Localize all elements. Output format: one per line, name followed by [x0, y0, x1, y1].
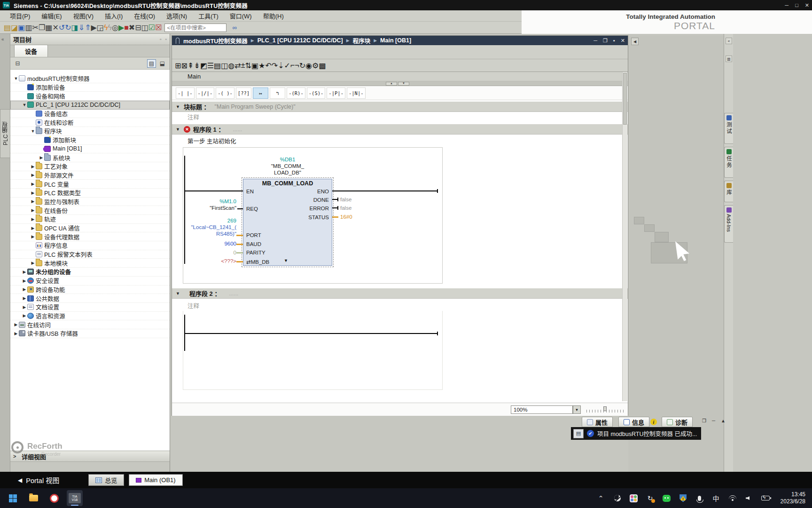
split-editor-vertical-icon[interactable]: ◫ — [141, 23, 148, 32]
show-comments-icon[interactable]: ◍ — [228, 61, 234, 70]
editor-maximize-icon[interactable]: ▪ — [613, 38, 615, 44]
maximize-icon[interactable]: □ — [795, 2, 798, 8]
contact-no-button[interactable]: -| |- — [176, 87, 195, 99]
show-tags-icon[interactable]: ⇄ — [234, 61, 241, 70]
update-calls-icon[interactable]: ⇣ — [278, 61, 284, 70]
delete-network-icon[interactable]: ⊠ — [181, 61, 187, 70]
tree-expander-icon[interactable] — [30, 190, 36, 195]
tree-view-details-icon[interactable]: ▤ — [147, 59, 156, 68]
cross-reference-icon[interactable]: ✖ — [129, 23, 135, 32]
baud-operand-value[interactable]: 9600 — [174, 241, 236, 246]
absolute-operands-icon[interactable]: ◫ — [221, 61, 228, 70]
tree-expander-icon[interactable] — [30, 182, 36, 186]
tree-common-data[interactable]: 公共数据 — [10, 294, 170, 303]
tree-expander-icon[interactable] — [22, 305, 27, 310]
tree-program-info[interactable]: 程序信息 — [10, 241, 170, 250]
tab-diagnostics[interactable]: 诊断 — [662, 417, 693, 427]
sync-icon[interactable]: ↻ — [646, 494, 655, 502]
positive-edge-button[interactable]: -|P|- — [327, 87, 345, 99]
negative-edge-button[interactable]: -|N|- — [347, 87, 366, 99]
show-ui-icon[interactable]: ☑ — [148, 23, 155, 32]
prev-error-icon[interactable]: ↶ — [265, 61, 271, 70]
tree-security-settings[interactable]: 安全设置 — [10, 277, 170, 286]
collapse-left-icon[interactable]: « — [1, 37, 4, 42]
go-offline-icon[interactable]: ϟ — [108, 24, 111, 32]
accessible-devices-icon[interactable]: ◎ — [112, 23, 118, 32]
tree-add-block[interactable]: 添加新块 — [10, 136, 170, 145]
tree-cross-device[interactable]: 跨设备功能 — [10, 286, 170, 294]
tia-portal-app-icon[interactable]: TIAV18 — [67, 490, 83, 506]
tree-expander-icon[interactable] — [22, 296, 27, 301]
menu-options[interactable]: 选项(N) — [161, 10, 192, 21]
close-branch-icon[interactable]: ¬ — [295, 61, 299, 70]
menu-online[interactable]: 在线(O) — [129, 10, 160, 21]
tree-plc1[interactable]: PLC_1 [CPU 1212C DC/DC/DC] — [10, 101, 170, 110]
tree-expander-icon[interactable] — [30, 226, 36, 230]
contact-nc-button[interactable]: -|/|- — [196, 87, 215, 99]
coil-button[interactable]: -( )- — [216, 87, 234, 99]
tree-expander-icon[interactable] — [22, 313, 27, 318]
pin-baud[interactable]: BAUD — [246, 241, 261, 247]
set-coil-button[interactable]: -(S)- — [307, 87, 326, 99]
menu-view[interactable]: 视图(V) — [68, 10, 99, 21]
undo-icon[interactable]: ↺ — [59, 23, 65, 32]
taskcard-tasks[interactable]: 任务 — [724, 147, 733, 178]
collapse-panel-icon[interactable]: ▫ — [165, 37, 167, 42]
tab-devices[interactable]: 设备 — [14, 45, 48, 57]
block-name[interactable]: MB_COMM_LOAD — [243, 179, 332, 187]
db-address[interactable]: %DB1 — [243, 156, 332, 163]
collapse-triangle-icon[interactable]: ▼ — [176, 127, 180, 132]
menu-tools[interactable]: 工具(T) — [193, 10, 224, 21]
taskcard-libraries[interactable]: 库 — [724, 181, 733, 202]
lock-icon[interactable]: ▩ — [319, 61, 326, 70]
port-operand-name-line2[interactable]: RS485)" — [174, 231, 236, 237]
minimize-icon[interactable]: ─ — [785, 2, 789, 8]
open-branch-button[interactable]: ↦ — [253, 87, 268, 99]
tree-watch-tables[interactable]: 监控与强制表 — [10, 198, 170, 206]
breadcrumb-blocks[interactable]: 程序块 — [353, 36, 371, 45]
portal-view-button[interactable]: Portal 视图 — [26, 475, 59, 485]
new-project-icon[interactable]: ▤ — [4, 23, 11, 32]
editor-minimize-icon[interactable]: ─ — [593, 38, 597, 44]
breadcrumb-project[interactable]: modbusRTU控制变频器 — [183, 36, 248, 45]
menu-window[interactable]: 窗口(W) — [225, 10, 257, 21]
taskcard-addins[interactable]: Add-Ins — [724, 205, 733, 243]
paste-icon[interactable]: ▦ — [45, 23, 52, 32]
pin-mbdb[interactable]: ⇄MB_DB — [246, 259, 269, 265]
start-runtime-icon[interactable]: ◲ — [97, 23, 104, 32]
tree-doc-settings[interactable]: 文档设置 — [10, 303, 170, 312]
network1-header[interactable]: ▼ ✕ 程序段 1 ： ...... — [172, 124, 628, 135]
refresh-icon[interactable]: ↻ — [299, 61, 305, 70]
mb-comm-load-block[interactable]: MB_COMM_LOAD EN REQ PORT BAUD PARITY ⇄MB… — [243, 179, 332, 266]
scrollbar-thumb[interactable] — [623, 73, 627, 125]
tree-system-blocks[interactable]: 系统块 — [10, 153, 170, 162]
tree-expander-icon[interactable] — [22, 278, 27, 283]
tree-online-diag[interactable]: 在线和诊断 — [10, 118, 170, 127]
block-title-bar[interactable]: ▼ 块标题 ： "Main Program Sweep (Cycle)" — [172, 102, 628, 112]
zoom-slider-handle[interactable] — [603, 406, 607, 411]
security-shield-icon[interactable] — [679, 494, 687, 502]
consistency-check-icon[interactable]: ✓ — [284, 61, 290, 70]
upload-from-device-icon[interactable]: ⇑ — [85, 23, 91, 32]
taskcard-testing[interactable]: 测试 — [724, 113, 733, 144]
ime-chinese-icon[interactable]: 中 — [712, 494, 720, 502]
insert-row-icon[interactable]: ⇞ — [187, 61, 194, 70]
network2-canvas[interactable] — [183, 311, 443, 390]
tray-chevron-icon[interactable]: ⌃ — [597, 494, 605, 502]
start-simulation-icon[interactable]: ▶ — [118, 23, 124, 32]
menu-help[interactable]: 帮助(H) — [258, 10, 289, 21]
instance-db-label[interactable]: %DB1 "MB_COMM_ LOAD_DB" — [243, 156, 332, 176]
network2-title-dots[interactable]: ...... — [229, 290, 238, 297]
collapse-taskcard-icon[interactable]: ◀ — [631, 38, 639, 45]
block-title-value[interactable]: "Main Program Sweep (Cycle)" — [215, 103, 296, 110]
tree-alarm-texts[interactable]: PLC 报警文本列表 — [10, 250, 170, 259]
wifi-icon[interactable] — [728, 494, 737, 502]
tree-expander-icon[interactable] — [22, 287, 27, 292]
inspector-minimize-icon[interactable]: ─ — [712, 418, 715, 423]
editor-vertical-scrollbar[interactable] — [622, 72, 627, 401]
tree-add-device[interactable]: 添加新设备 — [10, 83, 170, 92]
operand-order-icon[interactable]: ⇅ — [245, 61, 251, 70]
tree-expander-icon[interactable] — [13, 76, 19, 81]
inspector-expand-icon[interactable]: ▲ — [721, 418, 726, 423]
main-ob1-editor-tab[interactable]: Main (OB1) — [129, 474, 182, 486]
